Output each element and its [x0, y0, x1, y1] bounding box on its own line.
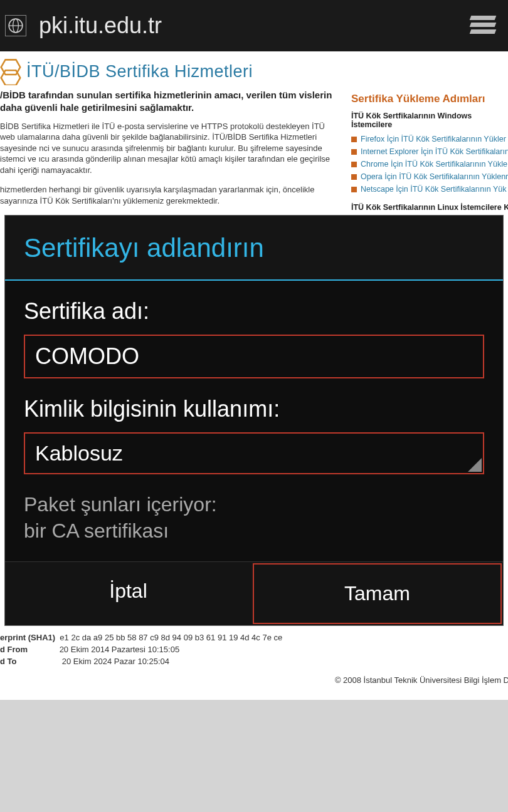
- bullet-icon: [351, 162, 357, 167]
- usage-dropdown[interactable]: Kablosuz: [24, 432, 484, 474]
- fingerprint-sha1-value: e1 2c da a9 25 bb 58 87 c9 8d 94 09 b3 6…: [60, 633, 282, 642]
- link-text: Internet Explorer İçin İTÜ Kök Sertifika…: [361, 145, 508, 158]
- package-heading: Paket şunları içeriyor:: [24, 492, 484, 518]
- cert-name-input[interactable]: [24, 335, 484, 378]
- svg-marker-4: [1, 70, 20, 85]
- link-text: Firefox İçin İTÜ Kök Sertifikalarının Yü…: [361, 133, 506, 145]
- link-text: Opera İçin İTÜ Kök Sertifikalarının Yükl…: [361, 170, 508, 183]
- cert-name-label: Sertifika adı:: [24, 298, 484, 325]
- link-netscape[interactable]: Netscape İçin İTÜ Kök Sertifikalarının Y…: [351, 183, 508, 195]
- url-bar[interactable]: pki.itu.edu.tr: [39, 13, 470, 39]
- dialog-title: Sertifikayı adlandırın: [5, 216, 503, 279]
- intro-paragraph-1: BİDB Sertifika Hizmetleri ile İTÜ e-post…: [0, 121, 339, 176]
- name-certificate-dialog: Sertifikayı adlandırın Sertifika adı: Ki…: [5, 216, 503, 625]
- globe-icon-box[interactable]: [5, 15, 26, 36]
- link-text: Netscape İçin İTÜ Kök Sertifikalarının Y…: [361, 183, 507, 195]
- bullet-icon: [351, 137, 357, 142]
- link-opera[interactable]: Opera İçin İTÜ Kök Sertifikalarının Yükl…: [351, 170, 508, 183]
- valid-from-label: d From: [0, 644, 28, 656]
- bullet-icon: [351, 187, 357, 192]
- steps-title: Sertifika Yükleme Adımları: [351, 93, 508, 105]
- steps-linux-sub: İTÜ Kök Sertfikalarının Linux İstemciler…: [351, 203, 508, 212]
- hex-logo-icon: [0, 58, 21, 85]
- usage-selected-value: Kablosuz: [35, 441, 123, 465]
- bullet-icon: [351, 149, 357, 155]
- intro-heading: /BİDB tarafından sunulan sertifika hizme…: [0, 89, 339, 115]
- valid-to-label: d To: [0, 656, 16, 668]
- tabs-icon[interactable]: [470, 16, 495, 36]
- dialog-body: Sertifika adı: Kimlik bilgisinin kullanı…: [5, 281, 503, 561]
- package-item: bir CA sertifikası: [24, 518, 484, 544]
- browser-topbar: pki.itu.edu.tr: [0, 0, 508, 51]
- link-chrome[interactable]: Chrome İçin İTÜ Kök Sertifikalarının Yük…: [351, 158, 508, 170]
- logo-text: İTÜ/BİDB Sertifika Hizmetleri: [26, 62, 253, 81]
- link-firefox[interactable]: Firefox İçin İTÜ Kök Sertifikalarının Yü…: [351, 133, 508, 145]
- valid-from-value: 20 Ekim 2014 Pazartesi 10:15:05: [60, 645, 180, 654]
- bullet-icon: [351, 174, 357, 180]
- link-ie[interactable]: Internet Explorer İçin İTÜ Kök Sertifika…: [351, 145, 508, 158]
- link-text: Chrome İçin İTÜ Kök Sertifikalarının Yük…: [361, 158, 507, 170]
- fingerprint-sha1-label: erprint (SHA1): [0, 632, 55, 644]
- steps-windows-sub: İTÜ Kök Sertfikalarının Windows İstemcil…: [351, 112, 508, 129]
- certificate-details: erprint (SHA1) e1 2c da a9 25 bb 58 87 c…: [0, 632, 339, 668]
- page-logo: İTÜ/BİDB Sertifika Hizmetleri: [0, 51, 508, 89]
- valid-to-value: 20 Ekim 2024 Pazar 10:25:04: [62, 657, 169, 666]
- page-footer: © 2008 İstanbul Teknik Üniversitesi Bilg…: [0, 668, 508, 692]
- ok-button[interactable]: Tamam: [253, 563, 502, 624]
- intro-paragraph-2: hizmetlerden herhangi bir güvenlik uyarı…: [0, 184, 339, 206]
- package-info: Paket şunları içeriyor: bir CA sertifika…: [24, 492, 484, 544]
- dialog-button-row: İptal Tamam: [5, 561, 503, 625]
- usage-label: Kimlik bilgisinin kullanımı:: [24, 396, 484, 422]
- cancel-button[interactable]: İptal: [5, 562, 251, 625]
- globe-icon: [8, 18, 24, 34]
